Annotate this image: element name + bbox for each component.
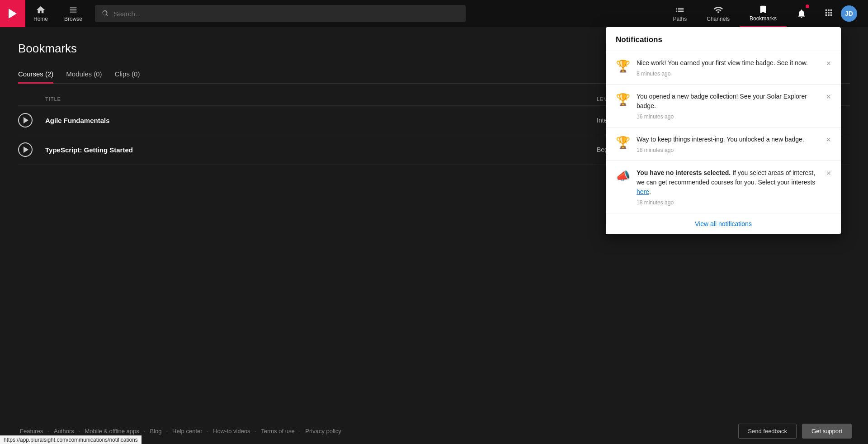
get-support-button[interactable]: Get support [802, 424, 852, 439]
tab-clips[interactable]: Clips (0) [115, 66, 140, 84]
notif-time-3: 18 minutes ago [637, 147, 820, 153]
footer-right: Send feedback Get support [738, 424, 852, 439]
footer-link-howto[interactable]: How-to videos [213, 428, 250, 435]
bookmarks-label: Bookmarks [750, 15, 777, 22]
footer-link-help[interactable]: Help center [172, 428, 202, 435]
notif-text-4: You have no interests selected. If you s… [637, 168, 820, 197]
notification-item-2: 🏆 You opened a new badge collection! See… [606, 85, 841, 128]
notif-trophy-icon-3: 🏆 [616, 136, 630, 150]
avatar[interactable]: JD [841, 5, 857, 22]
footer-link-authors[interactable]: Authors [54, 428, 74, 435]
footer-link-blog[interactable]: Blog [150, 428, 161, 435]
view-all-notifications-link[interactable]: View all notifications [695, 220, 752, 227]
nav-paths[interactable]: Paths [663, 0, 697, 27]
channels-label: Channels [707, 16, 730, 22]
browse-icon [68, 5, 78, 15]
browse-label: Browse [64, 16, 82, 22]
tab-courses[interactable]: Courses (2) [18, 66, 53, 84]
notif-content-2: You opened a new badge collection! See y… [637, 92, 820, 120]
notifications-panel: Notifications 🏆 Nice work! You earned yo… [606, 27, 841, 234]
notif-content-1: Nice work! You earned your first view ti… [637, 58, 820, 77]
notif-text-3: Way to keep things interest-ing. You unl… [637, 135, 820, 144]
nav-bookmarks[interactable]: Bookmarks [740, 0, 787, 27]
notif-close-4[interactable]: × [826, 169, 831, 177]
nav-notifications[interactable] [787, 0, 816, 27]
play-button-1[interactable] [18, 113, 45, 128]
nav-right: Paths Channels Bookmarks JD [663, 0, 868, 27]
nav-bar: Home Browse Paths Channels Bookmarks JD [0, 0, 868, 27]
notif-content-4: You have no interests selected. If you s… [637, 168, 820, 206]
notification-item-4: 📣 You have no interests selected. If you… [606, 161, 841, 213]
nav-channels[interactable]: Channels [697, 0, 740, 27]
play-button-2[interactable] [18, 142, 45, 157]
course-title-2: TypeScript: Getting Started [45, 146, 597, 154]
notif-content-3: Way to keep things interest-ing. You unl… [637, 135, 820, 153]
notification-item-1: 🏆 Nice work! You earned your first view … [606, 51, 841, 85]
notif-close-1[interactable]: × [826, 59, 831, 67]
logo[interactable] [0, 0, 25, 27]
footer-link-privacy[interactable]: Privacy policy [305, 428, 341, 435]
notif-trophy-icon-1: 🏆 [616, 59, 630, 73]
grid-icon [824, 8, 834, 18]
notif-time-2: 16 minutes ago [637, 113, 820, 120]
channels-icon [713, 5, 723, 15]
notif-time-1: 8 minutes ago [637, 71, 820, 77]
bookmarks-icon [758, 5, 768, 14]
home-label: Home [33, 16, 48, 22]
nav-browse[interactable]: Browse [56, 5, 90, 22]
bell-icon [797, 9, 807, 19]
search-bar[interactable] [95, 5, 466, 22]
notif-close-2[interactable]: × [826, 93, 831, 101]
notif-trophy-icon-2: 🏆 [616, 93, 630, 107]
notif-close-3[interactable]: × [826, 136, 831, 144]
notif-text-2: You opened a new badge collection! See y… [637, 92, 820, 111]
url-bar: https://app.pluralsight.com/communicatio… [0, 435, 142, 444]
course-title-1: Agile Fundamentals [45, 117, 597, 124]
bell-badge [806, 5, 809, 8]
col-play [18, 96, 45, 102]
paths-label: Paths [673, 16, 687, 22]
nav-grid[interactable] [816, 8, 841, 19]
footer-link-terms[interactable]: Terms of use [261, 428, 294, 435]
notif-footer: View all notifications [606, 213, 841, 234]
logo-icon [9, 9, 17, 19]
notif-megaphone-icon: 📣 [616, 169, 630, 183]
home-icon [36, 5, 46, 15]
paths-icon [675, 5, 685, 15]
col-title: TITLE [45, 96, 597, 102]
footer-link-mobile[interactable]: Mobile & offline apps [85, 428, 139, 435]
notif-header: Notifications [606, 27, 841, 51]
tab-modules[interactable]: Modules (0) [66, 66, 102, 84]
notification-item-3: 🏆 Way to keep things interest-ing. You u… [606, 128, 841, 161]
notif-text-1: Nice work! You earned your first view ti… [637, 58, 820, 68]
search-input[interactable] [113, 10, 459, 18]
send-feedback-button[interactable]: Send feedback [738, 424, 797, 439]
notif-time-4: 18 minutes ago [637, 199, 820, 206]
nav-home[interactable]: Home [25, 5, 56, 22]
footer-link-features[interactable]: Features [20, 428, 43, 435]
search-icon [101, 9, 109, 18]
